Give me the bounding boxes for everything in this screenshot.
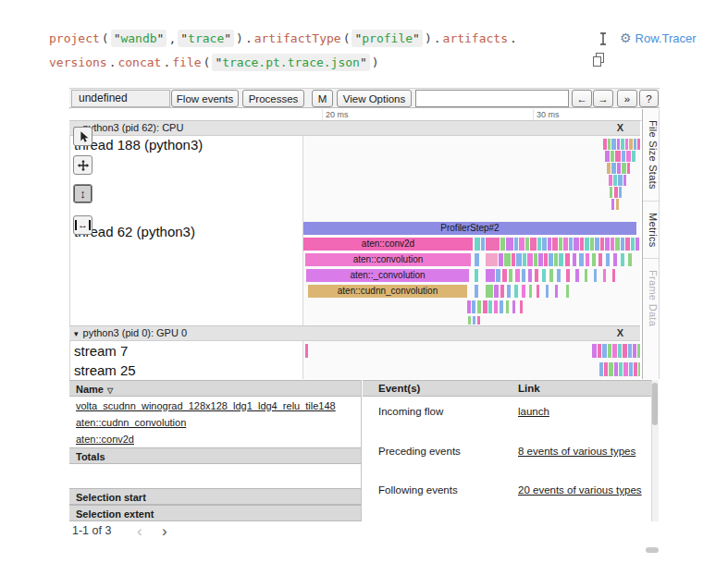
flow-events-button[interactable]: Flow events	[171, 90, 239, 107]
code-identifier-token: project	[49, 31, 100, 45]
code-punct-token: (	[343, 31, 351, 45]
name-column-header[interactable]: Name▽	[69, 380, 361, 397]
code-punct-token: .	[434, 31, 441, 45]
code-identifier-token: artifactType	[254, 31, 341, 45]
detail-link[interactable]: 8 events of various types	[518, 444, 635, 459]
table-row: aten::conv2d	[69, 431, 361, 447]
code-punct-token: )	[236, 31, 243, 45]
processes-button[interactable]: Processes	[242, 90, 304, 107]
track-label-thread-188[interactable]: thread 188 (python3)	[74, 137, 203, 153]
detail-link[interactable]: launch	[518, 404, 549, 419]
code-punct-token: .	[163, 55, 170, 69]
pagination-next-button[interactable]: ›	[162, 522, 167, 541]
code-identifier-token: file	[172, 55, 201, 69]
pan-icon	[77, 159, 90, 172]
side-tab-strip: File Size Stats Metrics Frame Data	[642, 109, 660, 379]
detail-row: Incoming flow launch	[363, 404, 651, 419]
tab-metrics[interactable]: Metrics	[643, 202, 659, 260]
trace-title: undefined	[71, 90, 170, 107]
cursor-icon	[77, 130, 90, 143]
code-string-token: "trace.pt.trace.json"	[212, 54, 369, 71]
pan-tool-button[interactable]	[73, 155, 93, 175]
code-identifier-token: concat	[117, 55, 161, 69]
results-table: Name▽ volta_scudnn_winograd_128x128_ldg1…	[69, 380, 362, 521]
code-punct-token: .	[510, 31, 517, 45]
detail-label: Following events	[378, 483, 458, 497]
pagination-prev-button[interactable]: ‹	[137, 522, 142, 541]
details-header-row: Event(s) Link	[363, 380, 651, 397]
code-string-token: "wandb"	[111, 30, 167, 47]
help-button[interactable]: ?	[639, 90, 659, 107]
detail-label: Incoming flow	[378, 404, 443, 419]
totals-row: Totals	[69, 447, 361, 464]
close-track-button[interactable]: X	[617, 326, 623, 340]
timing-tool-button[interactable]: ↔	[73, 215, 93, 235]
name-header-label: Name	[76, 384, 104, 395]
copy-icon-front	[593, 56, 601, 67]
code-punct-token: .	[245, 31, 253, 45]
select-tool-button[interactable]	[73, 127, 93, 146]
tab-frame-data: Frame Data	[643, 259, 659, 337]
toolbar-filter-input[interactable]	[415, 90, 569, 107]
detail-link[interactable]: 20 events of various types	[518, 483, 642, 497]
link-header: Link	[518, 381, 540, 397]
detail-label: Preceding events	[378, 444, 461, 459]
collapse-icon[interactable]: ▾	[74, 329, 79, 338]
detail-row: Following events 20 events of various ty…	[363, 483, 651, 497]
code-punct-token: (	[204, 55, 211, 69]
sort-icon[interactable]: ▽	[107, 386, 113, 395]
events-header: Event(s)	[378, 381, 420, 397]
code-punct-token: ,	[168, 31, 176, 45]
forward-arrow-button[interactable]: →	[593, 90, 613, 107]
row-tracer-label: Row.Tracer	[635, 31, 697, 45]
page: project("wandb","trace").artifactType("p…	[0, 0, 728, 563]
trace-slice-aten--convolution[interactable]: aten::_convolution	[306, 269, 469, 282]
detail-row: Preceding events 8 events of various typ…	[363, 444, 651, 459]
trace-slice-aten-conv2d[interactable]: aten::conv2d	[303, 238, 473, 251]
row-tracer-control[interactable]: ⚙Row.Tracer	[620, 31, 697, 45]
code-identifier-token: artifacts	[443, 31, 508, 45]
gpu-track-header[interactable]: ▾python3 (pid 0): GPU 0 X	[69, 325, 640, 341]
corner-scrollbar-thumb[interactable]	[646, 547, 659, 553]
track-label-stream-7[interactable]: stream 7	[74, 343, 128, 359]
trace-slice-profilerstep2[interactable]: ProfilerStep#2	[303, 222, 636, 235]
trace-slice-aten-convolution[interactable]: aten::convolution	[305, 253, 471, 266]
track-label-stream-25[interactable]: stream 25	[74, 362, 136, 378]
more-button[interactable]: »	[617, 90, 637, 107]
back-arrow-button[interactable]: ←	[572, 90, 592, 107]
ruler-tick-label: 20 ms	[326, 110, 349, 119]
trace-slice-aten-cudnn-convolution[interactable]: aten::cudnn_convolution	[308, 285, 467, 298]
kernel-link[interactable]: aten::conv2d	[76, 434, 134, 445]
close-track-button[interactable]: X	[617, 121, 623, 135]
cpu-track-title: python3 (pid 62): CPU	[83, 122, 184, 133]
copy-icon[interactable]	[593, 53, 606, 67]
selection-start-row: Selection start	[69, 488, 361, 505]
code-line-2[interactable]: versions.concat.file("trace.pt.trace.jso…	[48, 53, 380, 73]
code-punct-token: (	[102, 31, 109, 45]
gear-icon: ⚙	[620, 31, 632, 45]
table-row: volta_scudnn_winograd_128x128_ldg1_ldg4_…	[69, 398, 361, 414]
tab-file-size-stats[interactable]: File Size Stats	[643, 109, 659, 202]
event-details-panel: Event(s) Link Incoming flow launch Prece…	[363, 380, 651, 521]
gpu-track-title: python3 (pid 0): GPU 0	[83, 327, 188, 338]
code-line-1[interactable]: project("wandb","trace").artifactType("p…	[48, 29, 518, 49]
pagination-label: 1-1 of 3	[72, 524, 111, 537]
view-options-button[interactable]: View Options	[337, 90, 412, 107]
horizontal-measure-icon: ↔	[75, 220, 91, 230]
code-identifier-token: versions	[49, 55, 107, 69]
selection-extent-row: Selection extent	[69, 505, 361, 521]
code-string-token: "trace"	[178, 30, 234, 47]
text-cursor-icon[interactable]	[598, 31, 609, 46]
kernel-link[interactable]: aten::cudnn_convolution	[76, 417, 186, 428]
code-punct-token: .	[109, 55, 117, 69]
m-button[interactable]: M	[312, 90, 333, 107]
code-punct-token: )	[372, 55, 379, 69]
gpu-track-background	[303, 341, 640, 379]
kernel-link[interactable]: volta_scudnn_winograd_128x128_ldg1_ldg4_…	[76, 400, 336, 411]
code-string-token: "profile"	[352, 30, 422, 47]
zoom-vertical-tool-button[interactable]: ↕	[73, 184, 93, 203]
details-scrollbar-thumb[interactable]	[652, 383, 658, 425]
cpu-track-header[interactable]: ▾python3 (pid 62): CPU X	[69, 120, 640, 136]
code-punct-token: )	[425, 31, 432, 45]
ruler-tick-label: 30 ms	[537, 110, 560, 119]
